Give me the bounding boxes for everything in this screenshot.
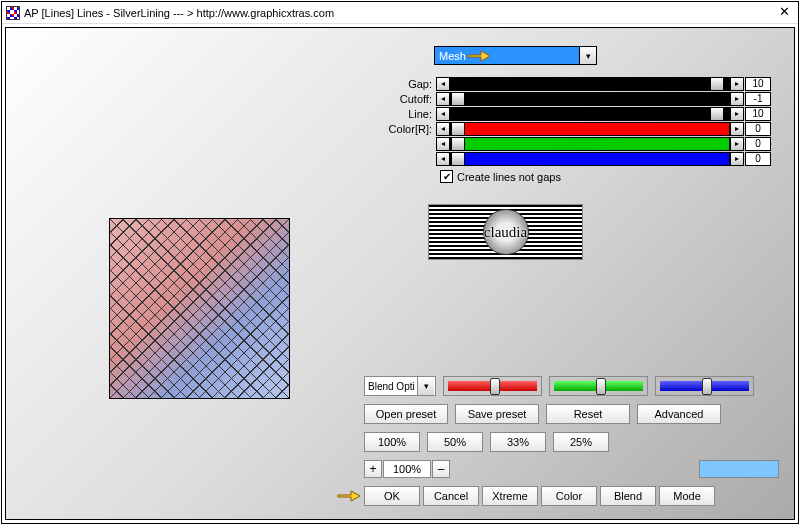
slider-left-arrow[interactable]: ◂ — [436, 122, 450, 136]
slider-right-arrow[interactable]: ▸ — [730, 137, 744, 151]
zoom-row: + 100% – — [364, 460, 450, 478]
slider-right-arrow[interactable]: ▸ — [730, 122, 744, 136]
window-title: AP [Lines] Lines - SilverLining --- > ht… — [24, 7, 334, 19]
color-button[interactable]: Color — [541, 486, 597, 506]
zoom-value: 100% — [383, 460, 431, 478]
preview-image[interactable] — [109, 218, 290, 399]
slider-track[interactable] — [450, 122, 730, 136]
reset-button[interactable]: Reset — [546, 404, 630, 424]
slider-label: Color[R]: — [366, 123, 436, 135]
slider-right-arrow[interactable]: ▸ — [730, 92, 744, 106]
left-pane — [6, 28, 366, 519]
slider-track[interactable] — [450, 77, 730, 91]
slider-group: Gap:◂▸10Cutoff:◂▸-1Line:◂▸10Color[R]:◂▸0… — [366, 76, 771, 166]
slider-label: Cutoff: — [366, 93, 436, 105]
plugin-window: AP [Lines] Lines - SilverLining --- > ht… — [1, 1, 799, 524]
slider-track[interactable] — [450, 152, 730, 166]
slider-track[interactable] — [450, 137, 730, 151]
slider-track[interactable] — [450, 92, 730, 106]
slider-row: Cutoff:◂▸-1 — [366, 91, 771, 106]
right-pane: Mesh Gap:◂▸10Cutoff:◂▸-1Line:◂▸10Color[R… — [366, 28, 794, 519]
slider-left-arrow[interactable]: ◂ — [436, 92, 450, 106]
slider-left-arrow[interactable]: ◂ — [436, 137, 450, 151]
slider-value[interactable]: -1 — [745, 92, 771, 106]
zoom-in-button[interactable]: + — [364, 460, 382, 478]
blend-row: Blend Opti — [364, 376, 754, 396]
slider-value[interactable]: 0 — [745, 137, 771, 151]
slider-label: Line: — [366, 108, 436, 120]
blend-button[interactable]: Blend — [600, 486, 656, 506]
zoom-out-button[interactable]: – — [432, 460, 450, 478]
slider-row: ◂▸0 — [366, 151, 771, 166]
blend-options-label: Blend Opti — [368, 381, 415, 392]
slider-left-arrow[interactable]: ◂ — [436, 107, 450, 121]
save-preset-button[interactable]: Save preset — [455, 404, 539, 424]
pct-100-button[interactable]: 100% — [364, 432, 420, 452]
dropdown-arrow-icon[interactable] — [579, 47, 596, 64]
slider-thumb[interactable] — [451, 138, 465, 150]
red-mini-slider[interactable] — [443, 376, 542, 396]
slider-thumb[interactable] — [451, 93, 465, 105]
effect-dropdown[interactable]: Mesh — [434, 46, 597, 65]
blue-mini-slider[interactable] — [655, 376, 754, 396]
slider-track[interactable] — [450, 107, 730, 121]
slider-value[interactable]: 0 — [745, 122, 771, 136]
vendor-logo: claudia — [428, 204, 583, 260]
ok-button[interactable]: OK — [364, 486, 420, 506]
slider-thumb[interactable] — [710, 78, 724, 90]
pointing-hand-icon — [336, 485, 362, 505]
percent-row: 100% 50% 33% 25% — [364, 432, 609, 452]
slider-thumb[interactable] — [451, 153, 465, 165]
action-row: OK Cancel Xtreme Color Blend Mode — [364, 486, 715, 506]
slider-row: Gap:◂▸10 — [366, 76, 771, 91]
effect-dropdown-value: Mesh — [439, 50, 466, 62]
open-preset-button[interactable]: Open preset — [364, 404, 448, 424]
mode-button[interactable]: Mode — [659, 486, 715, 506]
preset-row: Open preset Save preset Reset Advanced — [364, 404, 721, 424]
xtreme-button[interactable]: Xtreme — [482, 486, 538, 506]
slider-right-arrow[interactable]: ▸ — [730, 152, 744, 166]
slider-row: Line:◂▸10 — [366, 106, 771, 121]
slider-value[interactable]: 10 — [745, 107, 771, 121]
slider-label: Gap: — [366, 78, 436, 90]
pct-25-button[interactable]: 25% — [553, 432, 609, 452]
slider-value[interactable]: 10 — [745, 77, 771, 91]
titlebar[interactable]: AP [Lines] Lines - SilverLining --- > ht… — [2, 2, 798, 24]
pct-50-button[interactable]: 50% — [427, 432, 483, 452]
slider-row: ◂▸0 — [366, 136, 771, 151]
slider-left-arrow[interactable]: ◂ — [436, 77, 450, 91]
blend-options-dropdown[interactable]: Blend Opti — [364, 376, 436, 396]
slider-value[interactable]: 0 — [745, 152, 771, 166]
slider-left-arrow[interactable]: ◂ — [436, 152, 450, 166]
slider-thumb[interactable] — [451, 123, 465, 135]
pct-33-button[interactable]: 33% — [490, 432, 546, 452]
green-mini-slider[interactable] — [549, 376, 648, 396]
slider-row: Color[R]:◂▸0 — [366, 121, 771, 136]
advanced-button[interactable]: Advanced — [637, 404, 721, 424]
create-lines-label: Create lines not gaps — [457, 171, 561, 183]
create-lines-checkbox-row: ✔ Create lines not gaps — [440, 170, 561, 183]
slider-thumb[interactable] — [710, 108, 724, 120]
cancel-button[interactable]: Cancel — [423, 486, 479, 506]
app-icon — [6, 6, 20, 20]
pointing-hand-icon — [466, 45, 492, 65]
vendor-logo-text: claudia — [484, 224, 527, 241]
client-area: Mesh Gap:◂▸10Cutoff:◂▸-1Line:◂▸10Color[R… — [5, 27, 795, 520]
slider-right-arrow[interactable]: ▸ — [730, 77, 744, 91]
create-lines-checkbox[interactable]: ✔ — [440, 170, 453, 183]
color-swatch[interactable] — [699, 460, 779, 478]
close-button[interactable]: ✕ — [774, 4, 794, 22]
slider-right-arrow[interactable]: ▸ — [730, 107, 744, 121]
